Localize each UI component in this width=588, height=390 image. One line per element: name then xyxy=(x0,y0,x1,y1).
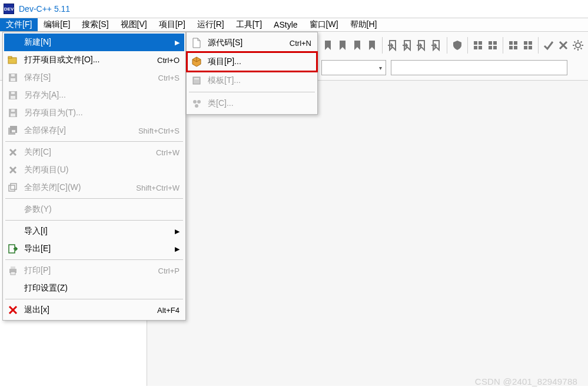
new-submenu-item-0[interactable]: 源代码[S]Ctrl+N xyxy=(188,34,316,52)
blank-icon xyxy=(6,225,19,238)
file-menu-item-14[interactable]: 导出[E]▶ xyxy=(4,240,184,258)
file-menu-item-16: 打印[P]Ctrl+P xyxy=(4,262,184,279)
blank-icon xyxy=(6,282,19,295)
menu-item-label: 打印设置(Z) xyxy=(24,283,180,294)
file-icon xyxy=(190,36,203,49)
toolbar-check-button[interactable] xyxy=(542,35,556,55)
toolbar-bookmark-button[interactable] xyxy=(365,35,378,55)
close-gray-icon xyxy=(6,146,19,159)
toolbar-bookmark-button[interactable] xyxy=(350,35,364,55)
svg-line-24 xyxy=(580,48,582,49)
menubar-item-6[interactable]: 工具[T] xyxy=(230,18,268,31)
svg-rect-9 xyxy=(514,41,517,45)
svg-rect-49 xyxy=(11,266,15,269)
svg-line-23 xyxy=(574,42,575,43)
file-menu-item-19[interactable]: 退出[x]Alt+F4 xyxy=(4,301,184,319)
svg-rect-5 xyxy=(493,41,497,45)
svg-rect-12 xyxy=(524,41,527,45)
svg-rect-10 xyxy=(509,46,513,49)
toolbar-grid-button[interactable] xyxy=(521,35,535,55)
svg-rect-33 xyxy=(11,96,15,99)
menubar-item-9[interactable]: 帮助[H] xyxy=(344,18,383,31)
menu-item-label: 保存[S] xyxy=(24,72,151,83)
toolbar-goto-button[interactable] xyxy=(415,35,428,55)
menubar-item-2[interactable]: 搜索[S] xyxy=(76,18,114,31)
svg-rect-2 xyxy=(474,46,477,49)
new-submenu-item-1[interactable]: 项目[P]... xyxy=(188,52,316,71)
editor-area xyxy=(147,81,588,386)
new-submenu[interactable]: 源代码[S]Ctrl+N项目[P]...模板[T]...类[C]... xyxy=(186,32,318,115)
print-gray-icon xyxy=(6,264,19,277)
toolbar-separator xyxy=(538,37,539,54)
menu-item-label: 关闭项目(U) xyxy=(24,165,180,175)
toolbar-grid-button[interactable] xyxy=(507,35,520,55)
open-icon xyxy=(6,54,19,66)
menu-item-label: 参数(Y) xyxy=(24,204,180,215)
menubar-item-3[interactable]: 视图[V] xyxy=(115,18,153,31)
svg-rect-36 xyxy=(11,114,15,116)
menu-item-label: 类[C]... xyxy=(208,98,311,109)
file-menu-item-0[interactable]: 新建[N]▶ xyxy=(4,34,184,51)
svg-rect-7 xyxy=(493,46,497,49)
save-gray-icon xyxy=(6,89,19,102)
menubar-item-0[interactable]: 文件[F] xyxy=(0,18,38,31)
toolbar-goto-button[interactable] xyxy=(400,35,414,55)
file-menu-item-8: 关闭项目(U) xyxy=(4,161,184,179)
file-menu-item-11: 参数(Y) xyxy=(4,201,184,218)
menubar-item-7[interactable]: AStyle xyxy=(268,18,303,31)
svg-point-57 xyxy=(195,104,198,108)
toolbar-combo-1[interactable]: ▾ xyxy=(321,60,386,75)
svg-rect-50 xyxy=(11,272,15,275)
toolbar-separator xyxy=(447,37,447,54)
blank-icon xyxy=(6,36,19,49)
submenu-arrow-icon: ▶ xyxy=(175,39,180,46)
svg-rect-31 xyxy=(11,74,15,76)
svg-rect-8 xyxy=(509,41,513,45)
file-menu-dropdown[interactable]: 新建[N]▶打开项目或文件[O]...Ctrl+O保存[S]Ctrl+S另存为[… xyxy=(2,32,186,321)
title-bar: DEV Dev-C++ 5.11 xyxy=(0,0,588,18)
chevron-down-icon: ▾ xyxy=(379,65,382,71)
close-gray-icon xyxy=(6,164,19,176)
toolbar-gear-button[interactable] xyxy=(571,35,584,55)
svg-line-25 xyxy=(574,48,575,49)
file-menu-item-9: 全部关闭[C](W)Shift+Ctrl+W xyxy=(4,179,184,196)
menu-item-label: 源代码[S] xyxy=(208,38,283,48)
toolbar-grid-button[interactable] xyxy=(471,35,485,55)
menu-separator xyxy=(5,198,183,199)
app-title: Dev-C++ 5.11 xyxy=(19,4,70,14)
toolbar-cross-button[interactable] xyxy=(557,35,570,55)
menubar-item-8[interactable]: 窗口[W] xyxy=(304,18,344,31)
svg-rect-3 xyxy=(479,46,482,49)
toolbar-shield-button[interactable] xyxy=(450,35,464,55)
menu-item-label: 打开项目或文件[O]... xyxy=(24,55,150,65)
menu-item-label: 全部关闭[C](W) xyxy=(24,182,129,193)
menu-item-shortcut: Alt+F4 xyxy=(157,306,180,315)
toolbar-combo-2[interactable] xyxy=(391,60,567,75)
toolbar-grid-button[interactable] xyxy=(486,35,499,55)
toolbar-separator xyxy=(382,37,383,54)
file-menu-item-17[interactable]: 打印设置(Z) xyxy=(4,279,184,297)
toolbar-bookmark-button[interactable] xyxy=(336,35,350,55)
svg-point-56 xyxy=(197,100,201,104)
menu-item-label: 退出[x] xyxy=(24,305,150,315)
menubar-item-1[interactable]: 编辑[E] xyxy=(38,18,76,31)
toolbar-goto-button[interactable] xyxy=(386,35,400,55)
toolbar-separator xyxy=(467,37,468,54)
toolbar-goto-button[interactable] xyxy=(430,35,443,55)
file-menu-item-13[interactable]: 导入[I]▶ xyxy=(4,222,184,240)
menu-item-label: 模板[T]... xyxy=(208,75,311,86)
file-menu-item-5: 全部保存[v]Shift+Ctrl+S xyxy=(4,122,184,139)
menu-item-label: 全部保存[v] xyxy=(24,125,131,136)
svg-rect-6 xyxy=(489,46,492,49)
submenu-arrow-icon: ▶ xyxy=(175,228,180,235)
menu-item-label: 关闭[C] xyxy=(24,147,149,158)
file-menu-item-2: 保存[S]Ctrl+S xyxy=(4,69,184,86)
menu-item-shortcut: Ctrl+S xyxy=(158,74,180,82)
menu-separator xyxy=(189,92,315,92)
menubar-item-5[interactable]: 运行[R] xyxy=(191,18,230,31)
svg-rect-40 xyxy=(12,130,15,132)
file-menu-item-1[interactable]: 打开项目或文件[O]...Ctrl+O xyxy=(4,51,184,69)
menubar-item-4[interactable]: 项目[P] xyxy=(153,18,191,31)
toolbar-bookmark-button[interactable] xyxy=(321,35,335,55)
menu-bar[interactable]: 文件[F]编辑[E]搜索[S]视图[V]项目[P]运行[R]工具[T]AStyl… xyxy=(0,18,588,32)
